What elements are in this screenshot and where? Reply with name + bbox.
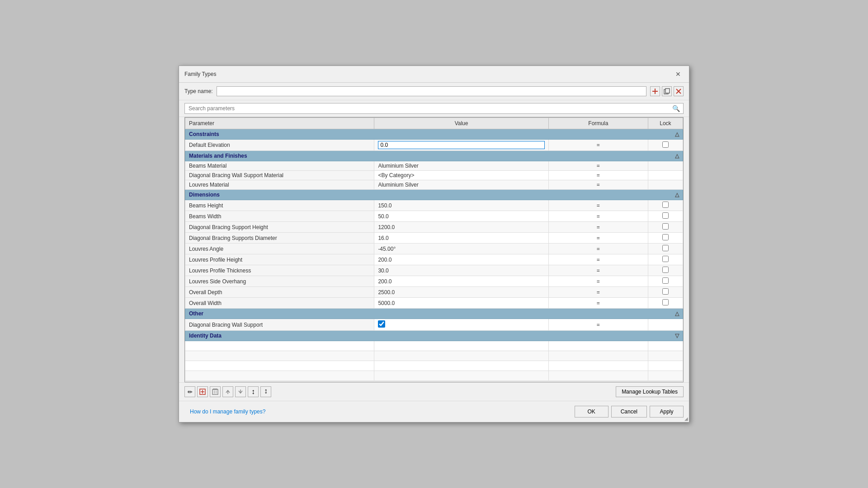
new-type-button[interactable] <box>650 86 660 96</box>
table-row: Overall Depth2500.0= <box>185 287 683 298</box>
param-cell: Diagonal Bracing Support Height <box>185 222 374 233</box>
formula-cell: = <box>548 298 648 309</box>
delete-param-button[interactable] <box>210 386 221 397</box>
value-cell: 2500.0 <box>374 287 548 298</box>
manage-lookup-tables-button[interactable]: Manage Lookup Tables <box>616 386 684 397</box>
value-cell: -45.00° <box>374 244 548 254</box>
type-name-input[interactable] <box>217 86 646 96</box>
section-label-dimensions: Dimensions <box>189 192 220 198</box>
section-header-dimensions[interactable]: Dimensions△ <box>185 190 683 200</box>
table-row: Beams Height150.0= <box>185 200 683 211</box>
value-cell: Aluminium Silver <box>374 161 548 171</box>
section-header-other[interactable]: Other△ <box>185 309 683 319</box>
table-row: Diagonal Bracing Wall Support Material<B… <box>185 171 683 180</box>
type-name-icons <box>650 86 684 96</box>
edit-button[interactable]: ✏ <box>184 386 195 397</box>
new-param-button[interactable] <box>197 386 208 397</box>
table-row: Diagonal Bracing Support Height1200.0= <box>185 222 683 233</box>
collapse-icon-identity_data[interactable]: ▽ <box>675 333 679 339</box>
collapse-icon-other[interactable]: △ <box>675 310 679 317</box>
lock-checkbox[interactable] <box>662 223 669 230</box>
formula-cell: = <box>548 180 648 190</box>
collapse-icon-constraints[interactable]: △ <box>675 131 679 137</box>
lock-cell[interactable] <box>648 211 683 222</box>
header-formula: Formula <box>548 118 648 129</box>
lock-checkbox[interactable] <box>662 234 669 240</box>
param-cell: Louvres Angle <box>185 244 374 254</box>
lock-checkbox[interactable] <box>662 212 669 219</box>
lock-checkbox[interactable] <box>662 267 669 273</box>
ok-button[interactable]: OK <box>575 406 609 418</box>
table-row-empty <box>185 341 683 351</box>
search-row: 🔍 <box>179 100 689 117</box>
param-cell: Overall Width <box>185 298 374 309</box>
section-header-identity_data[interactable]: Identity Data▽ <box>185 331 683 341</box>
section-header-constraints[interactable]: Constraints△ <box>185 129 683 140</box>
svg-rect-3 <box>665 89 670 93</box>
search-input[interactable] <box>184 103 684 114</box>
apply-button[interactable]: Apply <box>650 406 684 418</box>
move-up-button[interactable] <box>222 386 233 397</box>
value-cell: 200.0 <box>374 276 548 287</box>
close-button[interactable]: ✕ <box>673 70 684 79</box>
value-edit-input[interactable] <box>378 141 544 149</box>
lock-checkbox[interactable] <box>662 277 669 284</box>
lock-cell[interactable] <box>648 244 683 254</box>
lock-cell[interactable] <box>648 200 683 211</box>
lock-checkbox[interactable] <box>662 288 669 295</box>
lock-cell[interactable] <box>648 265 683 276</box>
sort-asc-button[interactable]: ↕ <box>248 386 259 397</box>
table-row: Louvres Profile Height200.0= <box>185 254 683 265</box>
lock-cell[interactable] <box>648 140 683 151</box>
help-link[interactable]: How do I manage family types? <box>184 405 271 418</box>
lock-cell[interactable] <box>648 287 683 298</box>
lock-checkbox[interactable] <box>662 141 669 148</box>
param-cell: Louvres Profile Thickness <box>185 265 374 276</box>
duplicate-type-button[interactable] <box>662 86 672 96</box>
value-cell[interactable] <box>374 140 548 151</box>
formula-cell: = <box>548 287 648 298</box>
value-cell: 30.0 <box>374 265 548 276</box>
table-row: Louvres Side Overhang200.0= <box>185 276 683 287</box>
param-cell: Overall Depth <box>185 287 374 298</box>
formula-cell: = <box>548 319 648 331</box>
move-down-button[interactable] <box>235 386 246 397</box>
value-cell: 1200.0 <box>374 222 548 233</box>
section-label-constraints: Constraints <box>189 131 219 137</box>
lock-cell[interactable] <box>648 298 683 309</box>
table-row-empty <box>185 351 683 361</box>
lock-checkbox[interactable] <box>662 245 669 251</box>
lock-cell[interactable] <box>648 254 683 265</box>
formula-cell: = <box>548 200 648 211</box>
lock-checkbox[interactable] <box>662 299 669 305</box>
lock-cell[interactable] <box>648 222 683 233</box>
table-row-empty <box>185 361 683 371</box>
section-header-materials_finishes[interactable]: Materials and Finishes△ <box>185 151 683 161</box>
bottom-buttons: How do I manage family types? OK Cancel … <box>179 401 689 422</box>
formula-cell: = <box>548 161 648 171</box>
formula-cell: = <box>548 244 648 254</box>
param-cell: Diagonal Bracing Wall Support Material <box>185 171 374 180</box>
parameters-table-container: Parameter Value Formula Lock Constraints… <box>184 117 684 382</box>
formula-cell: = <box>548 233 648 244</box>
cancel-button[interactable]: Cancel <box>611 406 647 418</box>
param-cell: Default Elevation <box>185 140 374 151</box>
lock-cell[interactable] <box>648 276 683 287</box>
svg-rect-10 <box>212 389 218 394</box>
type-name-row: Type name: <box>179 83 689 100</box>
lock-cell[interactable] <box>648 233 683 244</box>
lock-checkbox[interactable] <box>662 202 669 208</box>
param-cell: Diagonal Bracing Wall Support <box>185 319 374 331</box>
value-cell: Aluminium Silver <box>374 180 548 190</box>
value-cell <box>374 319 548 331</box>
value-checkbox[interactable] <box>378 320 385 328</box>
collapse-icon-materials_finishes[interactable]: △ <box>675 153 679 159</box>
collapse-icon-dimensions[interactable]: △ <box>675 192 679 198</box>
lock-checkbox[interactable] <box>662 256 669 262</box>
sort-desc-button[interactable]: ↕ <box>260 386 271 397</box>
delete-type-button[interactable] <box>674 86 684 96</box>
table-row: Diagonal Bracing Supports Diameter16.0= <box>185 233 683 244</box>
family-types-dialog: Family Types ✕ Type name: 🔍 Parameter <box>179 66 689 422</box>
section-label-identity_data: Identity Data <box>189 333 222 339</box>
param-cell: Beams Height <box>185 200 374 211</box>
